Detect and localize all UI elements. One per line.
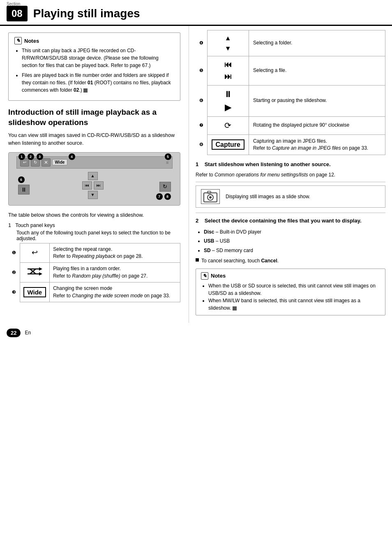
page-header: Section 08 Playing still images — [0, 0, 392, 26]
btn-wide: Wide — [52, 159, 68, 165]
nav-arrows: ▲ ⏮ ⏭ ▼ — [82, 172, 104, 199]
device-diagram: ↩ ↻ ✕ Wide ≡ 1 2 3 4 5 — [8, 152, 180, 206]
table-row: ❺ ⏮ ⏭ Selecting a file. — [196, 56, 385, 85]
table-row: ❶ ↩ Selecting the repeat range.Refer to … — [8, 243, 180, 263]
desc-cell-4: Selecting a folder. — [249, 30, 385, 56]
desc-cell-5: Selecting a file. — [249, 56, 385, 85]
cancel-note: To cancel searching, touch Cancel. — [196, 257, 385, 264]
skip-row: ⏮ ⏭ — [82, 181, 104, 190]
table-row: ❷ Playing files in a random order.Refer … — [8, 263, 180, 283]
device-top-bar: ↩ ↻ ✕ Wide ≡ 1 2 3 4 5 — [16, 156, 173, 169]
device-sd: SD – SD memory card — [204, 246, 385, 255]
lang-label: En — [25, 330, 31, 336]
btn-shuffle: ✕ — [42, 158, 51, 167]
camera-icon — [201, 189, 220, 204]
notes-icon-right: ✎ — [201, 272, 208, 280]
left-column: ✎ Notes This unit can play back a JPEG f… — [0, 26, 189, 323]
bottom-badges: 7 8 — [156, 193, 171, 200]
control-table-right: ❹ ▲ ▼ Selecting a folder. ❺ ⏮ ⏭ — [196, 30, 385, 155]
main-content: ✎ Notes This unit can play back a JPEG f… — [0, 26, 392, 323]
section-label: Section — [7, 2, 20, 6]
svg-marker-5 — [39, 272, 42, 276]
svg-rect-8 — [208, 191, 211, 193]
rotate-icon: ⟳ — [224, 121, 231, 130]
page-title: Playing still images — [33, 7, 140, 20]
num-4: 4 — [69, 153, 75, 160]
svg-point-9 — [209, 196, 212, 199]
right-column: ❹ ▲ ▼ Selecting a folder. ❺ ⏮ ⏭ — [189, 26, 392, 323]
section1-ref: Refer to Common operations for menu sett… — [196, 171, 385, 178]
num-8: 8 — [164, 193, 171, 200]
touch-panel-desc: Touch any of the following touch panel k… — [16, 230, 180, 241]
control-table-left: ❶ ↩ Selecting the repeat range.Refer to … — [8, 243, 180, 302]
num-2: 2 — [28, 153, 34, 160]
desc-cell-8: Capturing an image in JPEG files.Refer t… — [249, 134, 385, 155]
intro-text: You can view still images saved in CD-R/… — [8, 132, 180, 147]
device-list: Disc – Built-in DVD player USB – USB SD … — [196, 228, 385, 255]
slideshow-desc: Displaying still images as a slide show. — [226, 193, 310, 200]
num-badge-2: ❷ — [8, 263, 20, 283]
num-5: 5 — [165, 153, 171, 160]
note-item-1: This unit can play back a JPEG file reco… — [22, 47, 174, 69]
divider-2 — [196, 213, 385, 213]
icon-cell-rotate: ⟳ — [207, 116, 249, 134]
num-badge-4: ❹ — [196, 30, 207, 56]
wide-icon: Wide — [23, 287, 46, 297]
pause-area: 6 ⏸ — [18, 171, 30, 200]
controls-intro-text: The table below shows the controls for v… — [8, 211, 180, 219]
icon-cell-shuffle — [20, 263, 50, 283]
section1-heading: 1 Start slideshow when listening to anot… — [196, 161, 385, 168]
num-badge-1: ❶ — [8, 243, 20, 263]
num-badge-8: ❽ — [196, 134, 207, 155]
num-3: 3 — [37, 153, 43, 160]
touch-panel-label: 1 Touch panel keys Touch any of the foll… — [8, 222, 180, 241]
svg-marker-4 — [39, 267, 42, 271]
section-number: 08 — [7, 6, 28, 21]
num-badge-3: ❸ — [8, 283, 20, 302]
desc-cell-1: Selecting the repeat range.Refer to Repe… — [50, 243, 180, 263]
device-usb: USB – USB — [204, 237, 385, 245]
diagram-icon-right: ≡ — [166, 160, 168, 165]
table-row: ❽ Capture Capturing an image in JPEG fil… — [196, 134, 385, 155]
table-row: ❼ ⟳ Rotating the displayed picture 90° c… — [196, 116, 385, 134]
num-6: 6 — [18, 176, 25, 183]
skip-prev: ⏮ — [82, 181, 92, 190]
desc-cell-6: Starting or pausing the slideshow. — [249, 85, 385, 116]
notes-list: This unit can play back a JPEG file reco… — [14, 47, 174, 94]
notes-title: ✎ Notes — [14, 37, 174, 44]
square-bullet — [196, 258, 199, 262]
device-disc: Disc – Built-in DVD player — [204, 228, 385, 236]
diagram-inner: ↩ ↻ ✕ Wide ≡ 1 2 3 4 5 — [16, 156, 173, 202]
icon-cell-repeat: ↩ — [20, 243, 50, 263]
section1: 1 Start slideshow when listening to anot… — [196, 161, 385, 178]
skip-next: ⏭ — [94, 181, 104, 190]
rotate-btn: ↻ — [159, 182, 171, 192]
num-badge-6: ❻ — [196, 85, 207, 116]
section2-heading: 2 Select the device containing the files… — [196, 217, 385, 225]
icon-cell-updown: ▲ ▼ — [207, 30, 249, 56]
num-7: 7 — [156, 193, 163, 200]
updown-icon: ▲ ▼ — [212, 33, 244, 53]
num-badge-7: ❼ — [196, 116, 207, 134]
notes-list-right: When the USB or SD source is selected, t… — [201, 282, 380, 312]
pause-play-icon: ⏸ ▶ — [212, 88, 244, 114]
capture-icon: Capture — [212, 139, 244, 150]
icon-cell-pause-play: ⏸ ▶ — [207, 85, 249, 116]
right-note-2: When MW/LW band is selected, this unit c… — [208, 297, 380, 312]
icon-cell-capture: Capture — [207, 134, 249, 155]
desc-cell-2: Playing files in a random order.Refer to… — [50, 263, 180, 283]
notes-title-right: ✎ Notes — [201, 272, 380, 280]
table-row: ❻ ⏸ ▶ Starting or pausing the slideshow. — [196, 85, 385, 116]
desc-cell-3: Changing the screen modeRefer to Changin… — [50, 283, 180, 302]
slideshow-box: Displaying still images as a slide show. — [196, 185, 385, 208]
intro-heading: Introduction of still image playback as … — [8, 107, 180, 127]
num-1: 1 — [18, 153, 25, 160]
divider-1 — [196, 182, 385, 182]
arrow-up: ▲ — [88, 172, 98, 180]
nav-area: ▲ ⏮ ⏭ ▼ — [32, 171, 154, 200]
right-btns: ↻ 7 8 — [156, 171, 171, 200]
pause-btn: ⏸ — [18, 185, 30, 195]
num-badge-5: ❺ — [196, 56, 207, 85]
table-row: ❸ Wide Changing the screen modeRefer to … — [8, 283, 180, 302]
desc-cell-7: Rotating the displayed picture 90° clock… — [249, 116, 385, 134]
